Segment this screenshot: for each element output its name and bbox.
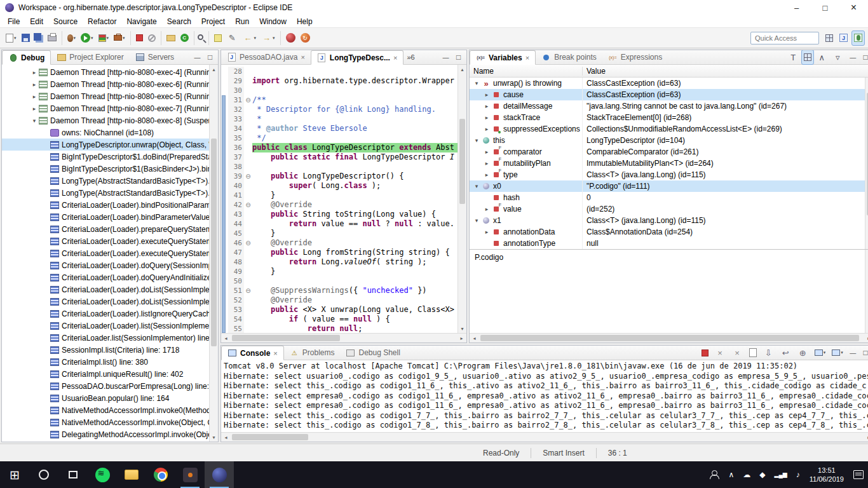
variable-row[interactable]: hash0: [470, 192, 868, 203]
code-line[interactable]: 44 return value == null ? null : value.: [221, 219, 458, 229]
code-line[interactable]: 34 * @author Steve Ebersole: [221, 124, 458, 133]
debug-tree-item[interactable]: CriteriaLoader(Loader).doList(SessionImp…: [2, 283, 218, 295]
editor-tab-overflow[interactable]: »6: [403, 50, 417, 64]
chevron-down-icon[interactable]: ▾: [472, 183, 481, 189]
back-button[interactable]: ←▾: [240, 30, 259, 46]
print-button[interactable]: [45, 30, 59, 46]
maximize-button[interactable]: [811, 0, 839, 15]
security-shield-tray-button[interactable]: ◆: [755, 461, 770, 488]
maximize-view-icon[interactable]: [860, 348, 868, 358]
stop-server-button[interactable]: [133, 30, 146, 46]
code-line[interactable]: 50: [221, 276, 458, 286]
variable-row[interactable]: ▸typeClass<T> (java.lang.Long) (id=115): [470, 169, 868, 180]
code-line[interactable]: 30: [221, 86, 458, 95]
chevron-right-icon[interactable]: ▸: [30, 81, 39, 88]
code-line[interactable]: 46⊖ @Override: [221, 238, 458, 248]
dropdown-arrow-icon[interactable]: ▾: [123, 36, 125, 41]
java-ee-perspective-button[interactable]: [837, 30, 850, 46]
code-line[interactable]: 43 public String toString(Long value) {: [221, 210, 458, 219]
scroll-up-icon[interactable]: ▴: [210, 65, 218, 74]
dropdown-arrow-icon[interactable]: ▾: [841, 350, 843, 355]
breakpoint-margin[interactable]: [221, 67, 228, 76]
debug-tree-item[interactable]: CriteriaLoader(Loader).doQueryAndInitial…: [2, 271, 218, 283]
save-all-button[interactable]: [32, 30, 45, 46]
code-line[interactable]: 31⊖/**: [221, 95, 458, 105]
last-edit-location-button[interactable]: ✎: [224, 30, 240, 46]
clock[interactable]: 13:51 11/06/2019: [804, 461, 849, 488]
variable-row[interactable]: annotationTypenull: [470, 238, 868, 249]
chevron-down-icon[interactable]: ▾: [472, 80, 481, 86]
maximize-view-icon[interactable]: [453, 52, 464, 62]
editor-vscrollbar[interactable]: ▴ ▾: [458, 65, 466, 333]
scroll-thumb[interactable]: [459, 119, 465, 204]
view-tab-problems[interactable]: Problems: [284, 346, 341, 360]
code-line[interactable]: 55 return null;: [221, 324, 458, 333]
collapse-all-button[interactable]: ∧: [814, 50, 830, 65]
debug-tree-item[interactable]: CriteriaLoader(Loader).listIgnoreQueryCa…: [2, 308, 218, 320]
menu-file[interactable]: File: [3, 16, 25, 27]
column-header-value[interactable]: Value: [583, 67, 868, 76]
variable-row[interactable]: ▸mutabilityPlanImmutableMutabilityPlan<T…: [470, 158, 868, 169]
chevron-down-icon[interactable]: ▾: [472, 217, 481, 224]
minimize-button[interactable]: [782, 0, 811, 15]
debug-tree-item[interactable]: SessionImpl.list(Criteria) line: 1718: [2, 344, 218, 356]
task-view-taskbar-button[interactable]: [58, 461, 88, 488]
orange-swirl-button[interactable]: [298, 30, 313, 46]
code-line[interactable]: 32 * Descriptor for {@link Long} handlin…: [221, 105, 458, 114]
chevron-down-icon[interactable]: ▾: [472, 137, 481, 144]
mark-occurrences-button[interactable]: [212, 30, 224, 46]
code-line[interactable]: 53 public <X> X unwrap(Long value, Class…: [221, 305, 458, 315]
new-wizard-button[interactable]: ▾: [3, 30, 19, 46]
fold-collapse-icon[interactable]: ⊖: [244, 200, 252, 210]
close-button[interactable]: [839, 0, 868, 15]
coverage-button[interactable]: ▾: [96, 30, 112, 46]
dropdown-arrow-icon[interactable]: ▾: [14, 36, 17, 41]
scroll-thumb[interactable]: [232, 335, 340, 341]
detail-scrollbar[interactable]: ▴ ▾: [865, 250, 868, 333]
view-tab-debug-shell[interactable]: Debug Shell: [340, 346, 405, 360]
variable-row[interactable]: ▸causeClassCastException (id=63): [470, 89, 868, 100]
debug-tree-item[interactable]: CriteriaImpl.list() line: 380: [2, 356, 218, 368]
scroll-right-icon[interactable]: ▸: [864, 433, 868, 442]
show-type-names-button[interactable]: T: [785, 50, 801, 65]
editor-tab-longtypedesc[interactable]: LongTypeDesc...: [311, 50, 404, 65]
view-tab-break-points[interactable]: Break points: [536, 50, 602, 64]
debug-tree-item[interactable]: LongType(AbstractStandardBasicType<T>).n…: [2, 175, 218, 187]
debug-tree-item[interactable]: DelegatingMethodAccessorImpl.invoke(Obje…: [2, 428, 218, 440]
scroll-right-icon[interactable]: ▸: [864, 334, 868, 342]
cortana-search-taskbar-button[interactable]: [29, 461, 58, 488]
code-line[interactable]: 51⊖ @SuppressWarnings({ "unchecked" }): [221, 286, 458, 295]
debug-tree-item[interactable]: NativeMethodAccessorImpl.invoke(Object, …: [2, 416, 218, 428]
scroll-down-icon[interactable]: ▾: [458, 324, 466, 333]
debug-tree-item[interactable]: BigIntTypeDescriptor$1(BasicBinder<J>).b…: [2, 163, 218, 175]
debug-tree-item[interactable]: CriteriaLoader(Loader).doList(SessionImp…: [2, 295, 218, 308]
code-line[interactable]: 41 }: [221, 191, 458, 200]
close-icon[interactable]: [526, 53, 529, 62]
view-tab-variables[interactable]: Variables: [470, 50, 536, 65]
volume-tray-button[interactable]: ♪: [792, 461, 804, 488]
variable-row[interactable]: ▸comparatorComparableComparator (id=261): [470, 146, 868, 158]
code-line[interactable]: 45 }: [221, 229, 458, 238]
dark-app-taskbar-button[interactable]: [175, 461, 205, 488]
scroll-thumb[interactable]: [211, 139, 217, 347]
scroll-up-icon[interactable]: ▴: [865, 250, 868, 259]
code-line[interactable]: 47 public Long fromString(String string)…: [221, 248, 458, 257]
fold-collapse-icon[interactable]: ⊖: [244, 286, 252, 295]
open-perspective-button[interactable]: [823, 30, 836, 46]
debug-tree-item[interactable]: ▸Daemon Thread [http-nio-8080-exec-4] (R…: [2, 66, 218, 78]
close-icon[interactable]: [393, 53, 397, 62]
show-logical-structure-button[interactable]: [801, 50, 814, 65]
menu-navigate[interactable]: Navigate: [121, 16, 161, 27]
fold-collapse-icon[interactable]: ⊖: [244, 172, 252, 181]
variable-row[interactable]: ▸stackTraceStackTraceElement[0] (id=268): [470, 112, 868, 123]
debug-button[interactable]: ▾: [65, 30, 79, 46]
chevron-right-icon[interactable]: ▸: [482, 103, 491, 109]
debug-tree-item[interactable]: CriteriaLoader(Loader).executeQueryState…: [2, 247, 218, 259]
variable-row[interactable]: ▾x0"P.codigo" (id=111): [470, 180, 868, 192]
scroll-up-icon[interactable]: ▴: [458, 65, 466, 74]
chevron-right-icon[interactable]: ▸: [482, 92, 491, 98]
variable-row[interactable]: ▾thisLongTypeDescriptor (id=104): [470, 135, 868, 146]
maximize-view-icon[interactable]: [205, 52, 215, 62]
breakpoint-margin[interactable]: [221, 86, 228, 95]
network-tray-button[interactable]: ▂▄▆: [770, 461, 792, 488]
